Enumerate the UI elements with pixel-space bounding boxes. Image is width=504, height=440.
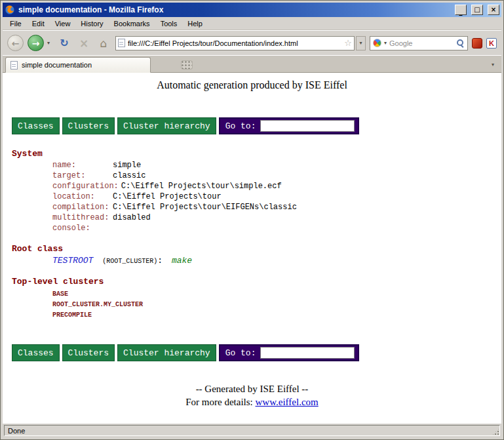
navigation-toolbar: ← → ▾ ↻ × ⌂ file:///C:/Eiffel Projects/t… [3,30,501,55]
cluster-hierarchy-button[interactable]: Cluster hierarchy [117,344,216,361]
list-all-tabs-button[interactable]: ▾ [487,58,499,71]
url-input[interactable]: file:///C:/Eiffel Projects/tour/Document… [128,39,341,47]
menu-view[interactable]: View [50,18,76,30]
close-button[interactable]: × [488,5,499,15]
maximize-button[interactable]: □ [471,5,483,15]
menu-file[interactable]: File [5,18,27,30]
back-icon: ← [12,38,20,49]
footer-details-line: For more details: www.eiffel.com [12,395,492,409]
addon-red-icon[interactable] [472,38,482,49]
home-icon: ⌂ [100,37,107,50]
property-key: compilation: [52,202,113,212]
firefox-icon [5,5,15,15]
url-bar[interactable]: file:///C:/Eiffel Projects/tour/Document… [115,36,355,50]
browser-viewport: Automatic generation produced by ISE Eif… [3,73,501,423]
root-class-link[interactable]: TESTROOT [52,256,93,266]
clusters-button[interactable]: Clusters [62,117,115,134]
doc-navbar-top: Classes Clusters Cluster hierarchy Go to… [12,117,492,134]
system-properties: name: simple target: classic configurati… [52,160,492,233]
chevron-down-icon: ▾ [492,62,494,68]
status-panel: Done [4,425,500,436]
property-key: location: [52,191,113,202]
cluster-link-root-cluster-my-cluster[interactable]: ROOT_CLUSTER.MY_CLUSTER [52,300,492,310]
forward-button[interactable]: → [28,35,44,51]
menu-help[interactable]: Help [182,18,208,30]
property-key: name: [52,160,113,170]
classes-button[interactable]: Classes [12,117,60,134]
footer-details-prefix: For more details: [185,397,255,407]
menu-tools[interactable]: Tools [155,18,183,30]
cluster-link-precompile[interactable]: PRECOMPILE [52,310,492,321]
forward-button-group: → ▾ [28,35,52,51]
root-class-heading: Root class [12,244,492,254]
system-row-compilation: compilation: C:\Eiffel Projects\tour\EIF… [52,202,492,212]
cluster-link-base[interactable]: BASE [52,289,492,300]
back-button[interactable]: ← [7,35,24,51]
property-key: multithread: [52,212,113,223]
eiffel-website-link[interactable]: www.eiffel.com [256,397,319,407]
menu-history[interactable]: History [75,18,108,30]
root-separator: : [157,256,163,266]
cluster-hierarchy-button[interactable]: Cluster hierarchy [117,117,216,134]
home-button[interactable]: ⌂ [96,35,111,51]
new-tab-button[interactable] [181,60,193,70]
url-history-dropdown[interactable]: ▾ [356,36,366,50]
doc-navbar-bottom: Classes Clusters Cluster hierarchy Go to… [12,344,492,361]
system-row-location: location: C:\Eiffel Projects\tour [52,191,492,202]
reload-button[interactable]: ↻ [56,35,72,51]
property-value: simple [113,160,141,170]
tab-favicon-icon [10,61,18,70]
stop-button[interactable]: × [76,35,92,51]
classes-button[interactable]: Classes [12,344,60,361]
goto-input[interactable] [260,347,355,359]
system-row-console: console: [52,223,492,233]
titlebar[interactable]: simple documentation - Mozilla Firefox _… [3,3,501,17]
property-key: target: [52,170,113,181]
chevron-down-icon: ▾ [359,40,362,46]
system-row-target: target: classic [52,170,492,181]
page-favicon-icon [118,39,125,47]
addon-k-icon[interactable]: K [486,38,497,49]
property-value: C:\Eiffel Projects\tour\simple.ecf [121,181,282,191]
forward-icon: → [32,38,40,49]
tab-simple-documentation[interactable]: simple documentation [5,57,151,73]
status-text: Done [8,427,25,435]
minimize-icon: _ [459,9,463,15]
clusters-heading: Top-level clusters [12,277,492,287]
minimize-button[interactable]: _ [455,5,467,15]
page-title: Automatic generation produced by ISE Eif… [12,79,492,91]
tab-label: simple documentation [22,61,92,69]
goto-input[interactable] [260,120,355,132]
eiffel-doc-page: Automatic generation produced by ISE Eif… [3,73,501,409]
search-engine-dropdown[interactable]: ▾ [384,40,387,46]
reload-icon: ↻ [60,37,68,49]
doc-footer: -- Generated by ISE Eiffel -- For more d… [12,382,492,409]
property-value: disabled [113,212,151,223]
maximize-icon: □ [474,7,480,13]
property-value: classic [113,170,145,181]
goto-label: Go to: [225,121,256,131]
menu-edit[interactable]: Edit [27,18,50,30]
google-logo-icon [373,39,381,47]
goto-section: Go to: [219,344,360,361]
forward-history-dropdown[interactable]: ▾ [45,37,52,50]
property-key: console: [52,223,113,233]
goto-section: Go to: [219,117,360,134]
stop-icon: × [79,37,88,50]
chevron-down-icon: ▾ [47,40,50,46]
root-feature-link[interactable]: make [172,256,192,266]
menubar: File Edit View History Bookmarks Tools H… [3,17,501,30]
bookmark-star-icon[interactable]: ☆ [344,38,352,48]
clusters-button[interactable]: Clusters [62,344,115,361]
system-heading: System [12,149,492,159]
search-bar[interactable]: ▾ Google [370,36,468,50]
close-icon: × [491,7,496,13]
goto-label: Go to: [225,348,256,358]
search-input[interactable]: Google [389,39,454,47]
root-cluster-ref: (ROOT_CLUSTER) [102,258,157,265]
search-icon[interactable] [456,39,465,47]
property-key: configuration: [52,181,121,191]
property-value: C:\Eiffel Projects\tour [113,191,222,202]
status-bar: Done [3,423,501,437]
menu-bookmarks[interactable]: Bookmarks [109,18,155,30]
